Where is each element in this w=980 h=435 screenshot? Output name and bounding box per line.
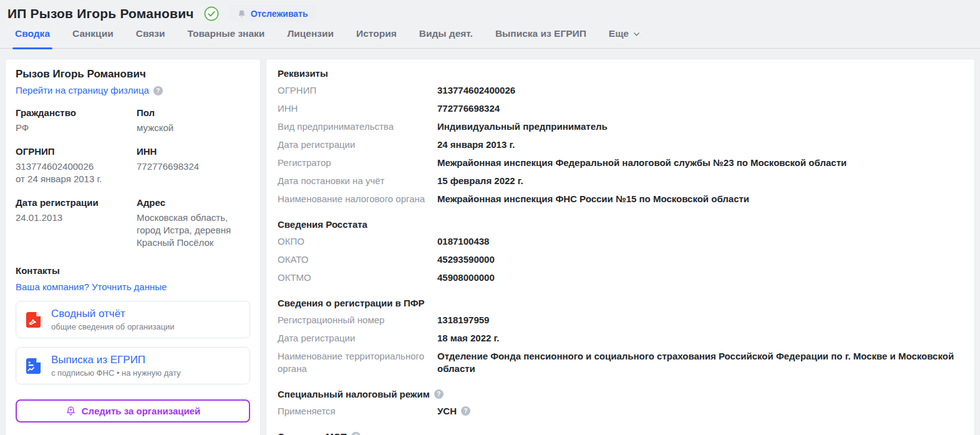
detail-row: Дата постановки на учёт 15 февраля 2022 …: [278, 175, 963, 187]
detail-row: Дата регистрации 24 января 2013 г.: [278, 139, 963, 151]
address-label: Адрес: [137, 197, 239, 208]
profile-fields: Гражданство РФ Пол мужской ОГРНИП 313774…: [16, 95, 250, 249]
detail-label: ОКПО: [278, 235, 437, 248]
chevron-down-icon: [633, 30, 641, 38]
detail-value: Межрайонная инспекция ФНС России №15 по …: [437, 193, 749, 205]
track-button-label: Отслеживать: [251, 9, 308, 19]
registration-date-value: 24.01.2013: [16, 212, 137, 224]
registration-date-label: Дата регистрации: [16, 197, 137, 208]
tab-more[interactable]: Еще: [609, 28, 641, 48]
detail-label: Регистрационный номер: [278, 314, 437, 326]
gender-label: Пол: [137, 107, 250, 118]
pdf-icon: [24, 310, 43, 330]
detail-label: ОКТМО: [278, 271, 437, 284]
section-title-rekvizity: Реквизиты: [278, 68, 963, 79]
tab-tovarnye-znaki[interactable]: Товарные знаки: [188, 28, 265, 48]
detail-value: 45908000000: [437, 271, 495, 284]
detail-label: ОКАТО: [278, 253, 437, 266]
egrip-report-subtitle: с подписью ФНС • на нужную дату: [51, 368, 181, 378]
detail-row: Дата регистрации 18 мая 2022 г.: [278, 332, 963, 345]
detail-value: 772776698324: [437, 102, 500, 115]
ogrnip-label: ОГРНИП: [16, 146, 137, 157]
help-icon[interactable]: ?: [461, 406, 470, 416]
tab-svodka[interactable]: Сводка: [15, 28, 50, 48]
gender-value: мужской: [137, 122, 250, 134]
egrip-report-card[interactable]: Выписка из ЕГРИП с подписью ФНС • на нуж…: [16, 347, 250, 384]
detail-value: 313774602400026: [437, 84, 515, 97]
summary-report-subtitle: общие сведения об организации: [51, 322, 175, 331]
egrip-report-title: Выписка из ЕГРИП: [51, 354, 181, 366]
detail-value: 45293590000: [437, 253, 495, 266]
detail-label: Вид предпринимательства: [278, 120, 437, 133]
tab-vypiska-egrip[interactable]: Выписка из ЕГРИП: [495, 28, 586, 48]
bell-icon: [237, 9, 246, 19]
detail-value: УСН ?: [437, 405, 470, 418]
tab-bar: Сводка Санкции Связи Товарные знаки Лице…: [0, 24, 980, 49]
detail-row: Наименование налогового органа Межрайонн…: [278, 193, 963, 205]
detail-row: ОКТМО 45908000000: [278, 271, 963, 284]
section-title-rosstat: Сведения Росстата: [278, 219, 963, 230]
tab-licenzii[interactable]: Лицензии: [287, 28, 334, 48]
follow-organization-button[interactable]: Следить за организацией: [16, 399, 250, 423]
detail-label: Регистратор: [278, 157, 437, 169]
detail-label: Применяется: [278, 405, 437, 418]
inn-value: 772776698324: [137, 160, 250, 173]
detail-value: 1318197959: [437, 314, 489, 326]
detail-row: Регистратор Межрайонная инспекция Федера…: [278, 157, 963, 169]
page-title: ИП Рызов Игорь Романович: [7, 6, 194, 21]
tab-sankcii[interactable]: Санкции: [72, 28, 114, 48]
ogrnip-value: 313774602400026от 24 января 2013 г.: [16, 160, 137, 185]
tab-vidy-deyat[interactable]: Виды деят.: [419, 28, 473, 48]
details-column: Реквизиты ОГРНИП 313774602400026 ИНН 772…: [266, 59, 975, 435]
content-area: Рызов Игорь Романович Перейти на страниц…: [0, 49, 980, 435]
egrip-doc-icon: [24, 356, 43, 376]
help-icon[interactable]: ?: [153, 86, 163, 95]
detail-label: Наименование территориального органа: [278, 350, 437, 375]
track-button[interactable]: Отслеживать: [229, 5, 316, 22]
detail-value: 0187100438: [437, 235, 489, 248]
detail-label: Дата постановки на учёт: [278, 175, 437, 187]
tab-svyazi[interactable]: Связи: [136, 28, 165, 48]
details-card: Реквизиты ОГРНИП 313774602400026 ИНН 772…: [266, 59, 975, 435]
verified-check-icon: [204, 6, 219, 21]
detail-label: ИНН: [278, 102, 437, 115]
detail-row: Вид предпринимательства Индивидуальный п…: [278, 120, 963, 133]
detail-label: Наименование налогового органа: [278, 193, 437, 205]
section-title-msp: Сведения МСП ?: [278, 431, 963, 435]
detail-value: 24 января 2013 г.: [437, 139, 515, 151]
citizenship-label: Гражданство: [16, 107, 137, 118]
update-data-link[interactable]: Ваша компания? Уточнить данные: [16, 281, 167, 292]
detail-value: Межрайонная инспекция Федеральной налого…: [437, 157, 847, 169]
detail-value: Индивидуальный предприниматель: [437, 120, 608, 133]
inn-label: ИНН: [137, 146, 250, 157]
detail-row: ИНН 772776698324: [278, 102, 963, 115]
detail-row: ОГРНИП 313774602400026: [278, 84, 963, 97]
detail-label: Дата регистрации: [278, 139, 437, 151]
section-title-tax-regime: Специальный налоговый режим ?: [278, 389, 963, 399]
citizenship-value: РФ: [16, 122, 137, 134]
help-icon[interactable]: ?: [434, 389, 444, 399]
person-page-link[interactable]: Перейти на страницу физлица: [16, 85, 149, 95]
contacts-title: Контакты: [16, 265, 250, 276]
person-name: Рызов Игорь Романович: [16, 68, 250, 81]
help-icon[interactable]: ?: [351, 432, 361, 435]
detail-label: Дата регистрации: [278, 332, 437, 345]
section-title-pfr: Сведения о регистрации в ПФР: [278, 298, 963, 308]
address-value: Московская область, город Истра, деревня…: [137, 212, 239, 249]
detail-value: Отделение Фонда пенсионного и социальног…: [437, 350, 963, 375]
profile-card: Рызов Игорь Романович Перейти на страниц…: [5, 59, 261, 435]
detail-value: 18 мая 2022 г.: [437, 332, 499, 345]
detail-row: Наименование территориального органа Отд…: [278, 350, 963, 375]
detail-row: ОКПО 0187100438: [278, 235, 963, 248]
detail-row: Регистрационный номер 1318197959: [278, 314, 963, 326]
tab-istoriya[interactable]: История: [356, 28, 397, 48]
detail-label: ОГРНИП: [278, 84, 437, 97]
top-bar: ИП Рызов Игорь Романович Отслеживать: [0, 0, 980, 24]
detail-row: ОКАТО 45293590000: [278, 253, 963, 266]
follow-button-label: Следить за организацией: [82, 406, 201, 416]
summary-report-title: Сводный отчёт: [51, 308, 175, 320]
bell-plus-icon: [65, 406, 76, 416]
ogrnip-date: от 24 января 2013 г.: [16, 174, 102, 184]
detail-row: Применяется УСН ?: [278, 405, 963, 418]
summary-report-card[interactable]: Сводный отчёт общие сведения об организа…: [16, 301, 250, 338]
